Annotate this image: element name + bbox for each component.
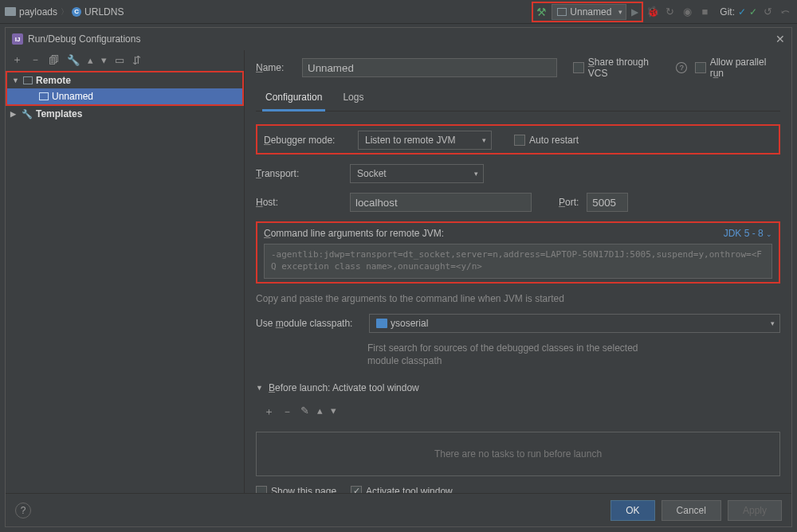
down-icon[interactable]: ▾	[331, 405, 336, 419]
remove-icon[interactable]: －	[30, 53, 41, 67]
remote-type-icon	[23, 76, 33, 84]
collapse-arrow-icon[interactable]: ▶	[10, 110, 18, 118]
run-icon[interactable]: ▶	[631, 6, 638, 18]
up-icon[interactable]: ▴	[88, 54, 93, 66]
checkbox-icon	[695, 62, 706, 73]
cmdline-field[interactable]: -agentlib:jdwp=transport=dt_socket,serve…	[264, 244, 772, 279]
stop-icon[interactable]: ■	[697, 6, 712, 18]
run-debug-dialog: IJ Run/Debug Configurations ✕ ＋ － 🗐 🔧 ▴ …	[5, 27, 792, 527]
show-page-checkbox[interactable]: Show this page	[256, 486, 336, 493]
templates-icon: 🔧	[22, 109, 33, 119]
git-label: Git:	[720, 6, 735, 18]
expand-arrow-icon[interactable]: ▼	[12, 76, 20, 84]
folder-icon	[5, 7, 16, 16]
coverage-icon[interactable]: ↻	[662, 6, 677, 18]
before-launch-toolbar: ＋ － ✎ ▴ ▾	[256, 403, 780, 422]
share-vcs-checkbox[interactable]: Share through VCS	[573, 57, 668, 79]
expand-arrow-icon: ▼	[256, 384, 264, 392]
tab-configuration[interactable]: Configuration	[262, 87, 325, 111]
sidebar-toolbar: ＋ － 🗐 🔧 ▴ ▾ ▭ ⇵	[6, 50, 244, 69]
checkbox-icon	[256, 486, 267, 493]
breadcrumb-separator: 〉	[61, 6, 69, 18]
down-icon[interactable]: ▾	[101, 54, 107, 66]
class-icon: C	[72, 7, 81, 17]
allow-parallel-checkbox[interactable]: Allow parallel run	[695, 57, 780, 79]
run-config-dropdown[interactable]: Unnamed	[552, 4, 626, 20]
remove-icon[interactable]: －	[282, 405, 292, 419]
intellij-icon: IJ	[12, 33, 23, 45]
debugger-mode-highlight: Debugger mode: Listen to remote JVM Auto…	[256, 124, 780, 155]
config-tabs: Configuration Logs	[256, 87, 780, 111]
build-icon[interactable]: ⚒	[536, 6, 547, 18]
help-icon[interactable]: ?	[676, 62, 687, 73]
module-hint-1: First search for sources of the debugged…	[367, 342, 780, 354]
tab-logs[interactable]: Logs	[340, 87, 367, 111]
name-field[interactable]	[302, 58, 557, 77]
module-classpath-dropdown[interactable]: ysoserial	[369, 314, 780, 333]
add-icon[interactable]: ＋	[12, 53, 22, 67]
port-field[interactable]	[587, 193, 628, 212]
before-launch-tasks: There are no tasks to run before launch	[256, 432, 780, 476]
transport-label: Transport:	[256, 168, 342, 179]
up-icon[interactable]: ▴	[317, 405, 323, 419]
apply-button[interactable]: Apply	[728, 500, 782, 521]
transport-dropdown[interactable]: Socket	[350, 164, 484, 183]
activate-window-checkbox[interactable]: Activate tool window	[351, 486, 453, 493]
config-tree: ▼ Remote Unnamed ▶ 🔧 Templates	[6, 69, 244, 493]
config-sidebar: ＋ － 🗐 🔧 ▴ ▾ ▭ ⇵ ▼ Remote	[6, 50, 245, 493]
git-rollback-icon[interactable]: ⤺	[778, 6, 792, 18]
module-icon	[376, 319, 387, 328]
host-label: Host:	[256, 197, 342, 208]
profiler-icon[interactable]: ◉	[680, 6, 694, 18]
config-main-panel: Name: Share through VCS ? Allow parallel…	[245, 50, 791, 493]
debug-icon[interactable]: 🐞	[646, 6, 659, 18]
breadcrumb-class[interactable]: URLDNS	[84, 6, 124, 18]
tree-node-unnamed[interactable]: Unnamed	[7, 88, 242, 104]
checkbox-checked-icon	[351, 486, 362, 493]
collapse-icon[interactable]: ⇵	[132, 54, 141, 66]
checkbox-icon	[573, 62, 584, 73]
remote-config-icon	[557, 8, 567, 16]
git-history-icon[interactable]: ↺	[760, 6, 775, 18]
folder-open-icon[interactable]: ▭	[115, 54, 124, 66]
jdk-version-dropdown[interactable]: JDK 5 - 8 ⌄	[724, 228, 772, 239]
debugger-mode-label: Debugger mode:	[264, 135, 350, 146]
checkbox-icon	[514, 135, 525, 146]
dialog-titlebar: IJ Run/Debug Configurations ✕	[6, 28, 791, 50]
git-commit-icon[interactable]: ✓	[749, 6, 757, 18]
copy-icon[interactable]: 🗐	[49, 54, 59, 66]
run-config-highlight: ⚒ Unnamed ▶	[532, 2, 643, 22]
module-classpath-label: Use module classpath:	[256, 318, 361, 329]
module-hint-2: module classpath	[367, 355, 780, 366]
breadcrumb: payloads 〉 C URLDNS	[5, 6, 124, 18]
close-icon[interactable]: ✕	[775, 33, 785, 45]
run-config-name: Unnamed	[570, 6, 611, 18]
breadcrumb-folder[interactable]: payloads	[19, 6, 57, 18]
debugger-mode-dropdown[interactable]: Listen to remote JVM	[358, 131, 492, 150]
help-button[interactable]: ?	[15, 503, 31, 518]
auto-restart-checkbox[interactable]: Auto restart	[514, 135, 579, 146]
remote-config-icon	[39, 92, 49, 100]
top-toolbar: payloads 〉 C URLDNS ⚒ Unnamed ▶ 🐞 ↻ ◉ ■ …	[0, 0, 797, 24]
cancel-button[interactable]: Cancel	[662, 500, 721, 521]
wrench-icon[interactable]: 🔧	[67, 54, 80, 66]
host-field[interactable]	[350, 193, 532, 212]
edit-icon[interactable]: ✎	[300, 405, 309, 419]
port-label: Port:	[559, 197, 579, 208]
cmdline-label: Command line arguments for remote JVM:	[264, 228, 444, 239]
ok-button[interactable]: OK	[611, 500, 654, 521]
name-label: Name:	[256, 62, 294, 73]
cmdline-highlight: Command line arguments for remote JVM: J…	[256, 221, 780, 284]
empty-tasks-label: There are no tasks to run before launch	[434, 448, 602, 460]
dialog-title-text: Run/Debug Configurations	[28, 33, 140, 45]
add-icon[interactable]: ＋	[264, 405, 274, 419]
git-update-icon[interactable]: ✓	[738, 6, 746, 18]
dialog-footer: ? OK Cancel Apply	[6, 493, 791, 526]
tree-node-templates[interactable]: ▶ 🔧 Templates	[6, 106, 244, 122]
before-launch-header[interactable]: ▼ Before launch: Activate tool window	[256, 376, 780, 393]
remote-section-highlight: ▼ Remote Unnamed	[6, 71, 244, 106]
cmdline-hint: Copy and paste the arguments to the comm…	[256, 293, 780, 304]
tree-node-remote[interactable]: ▼ Remote	[7, 72, 242, 88]
